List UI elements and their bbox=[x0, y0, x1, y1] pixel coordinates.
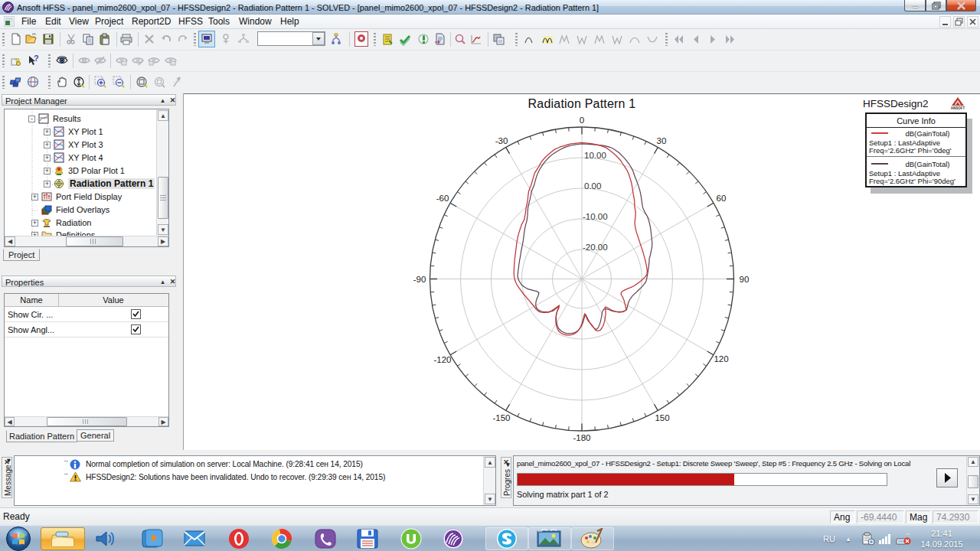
svg-text:-120: -120 bbox=[433, 355, 451, 364]
svg-text:-30: -30 bbox=[495, 136, 508, 145]
svg-text:-150: -150 bbox=[492, 413, 510, 422]
svg-text:?: ? bbox=[34, 54, 39, 63]
svg-text:30: 30 bbox=[657, 136, 667, 145]
svg-text:-180: -180 bbox=[573, 433, 590, 442]
svg-text:ANSOFT: ANSOFT bbox=[951, 106, 965, 110]
svg-text:0: 0 bbox=[580, 116, 584, 125]
svg-text:60: 60 bbox=[717, 194, 727, 203]
svg-text:-10.00: -10.00 bbox=[583, 212, 608, 221]
svg-text:120: 120 bbox=[714, 354, 728, 364]
svg-text:-60: -60 bbox=[436, 194, 449, 203]
svg-text:10.00: 10.00 bbox=[584, 151, 606, 160]
svg-text:150: 150 bbox=[655, 413, 669, 422]
svg-text:90: 90 bbox=[740, 275, 750, 284]
svg-text:-20.00: -20.00 bbox=[583, 243, 608, 252]
svg-text:-90: -90 bbox=[413, 275, 426, 284]
svg-text:0.00: 0.00 bbox=[584, 181, 601, 191]
